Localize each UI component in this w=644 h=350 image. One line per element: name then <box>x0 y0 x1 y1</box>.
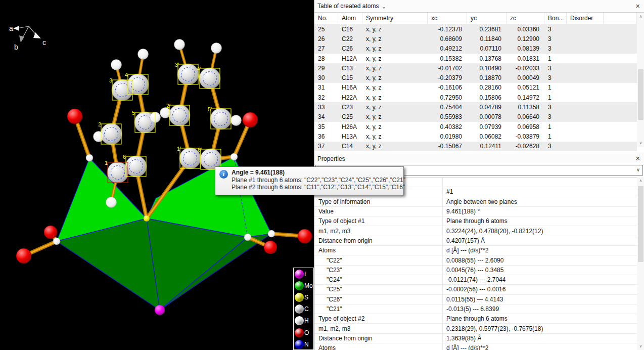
cell-no: 27 <box>314 45 338 52</box>
cell-bonds: 3 <box>544 35 567 42</box>
cell-no: 32 <box>314 94 338 101</box>
column-header-no[interactable]: No. <box>314 13 338 24</box>
property-row[interactable]: "C22"0.0088(55) --- 2.6090 <box>314 255 637 265</box>
property-label: "C21" <box>314 304 443 314</box>
property-label: Atoms <box>314 343 443 350</box>
cell-atom: C25 <box>338 113 362 120</box>
vertex-atom <box>53 238 60 245</box>
cell-no: 35 <box>314 123 338 130</box>
property-row[interactable]: Atomsd [Å] --- (d/s)**2 <box>314 246 637 255</box>
oxygen-atom <box>16 248 31 264</box>
cell-atom: C22 <box>338 35 362 42</box>
cell-no: 25 <box>314 26 338 33</box>
table-row[interactable]: 26C22x, y, z0.686090.118400.129003 <box>314 34 637 43</box>
vertex-atom <box>268 230 275 237</box>
legend-label: H <box>304 317 309 324</box>
cell-xc: 0.68609 <box>428 35 467 42</box>
property-value: -0.013(5) --- 6.8399 <box>443 304 499 314</box>
table-row[interactable]: 34C25x, y, z0.559830.000780.066403 <box>314 112 637 122</box>
cell-atom: H13A <box>338 133 362 140</box>
property-row[interactable]: m1, m2, m30.2318(29), 0.5977(23), -0.767… <box>314 324 637 333</box>
cell-yc: 0.23681 <box>467 26 507 33</box>
column-header-symmetry[interactable]: Symmetry <box>362 13 428 24</box>
tooltip-title: Angle = 9.461(188) <box>232 169 400 176</box>
scroll-up-icon[interactable]: ∧ <box>637 13 644 21</box>
cell-bonds: 1 <box>544 55 567 62</box>
atoms-table-scrollbar[interactable]: ∧ ∨ <box>637 13 644 147</box>
table-row[interactable]: 36H13Ax, y, z0.019800.06082-0.038791 <box>314 132 637 141</box>
close-icon[interactable]: ✕ <box>633 2 642 11</box>
legend-label: N <box>304 341 309 348</box>
atoms-table-titlebar[interactable]: Table of created atoms ▾ ✕ <box>314 0 644 13</box>
cell-zc: -0.02033 <box>507 65 544 72</box>
cell-yc: 0.12411 <box>467 143 507 150</box>
scroll-down-icon[interactable]: ∨ <box>637 139 644 147</box>
column-header-zc[interactable]: zc <box>507 13 544 24</box>
cell-zc: 0.05121 <box>507 84 544 91</box>
property-row[interactable]: Type of object #2Plane through 6 atoms <box>314 314 637 324</box>
property-value: 0.0045(76) --- 0.3485 <box>443 266 503 275</box>
table-row[interactable]: 33C23x, y, z0.754040.047890.113583 <box>314 102 637 112</box>
scroll-up-icon[interactable]: ∧ <box>637 177 644 185</box>
scrollbar-thumb[interactable] <box>638 186 643 262</box>
atom-label: 4' <box>197 66 201 72</box>
cell-zc: 0.11358 <box>507 104 544 111</box>
property-value: 1.3639(85) Å <box>443 334 481 343</box>
property-row[interactable]: m1, m2, m30.3224(24), 0.4708(20), -0.821… <box>314 226 637 236</box>
column-header-bon[interactable]: Bon... <box>544 13 567 24</box>
table-row[interactable]: 29C13x, y, z-0.017020.10490-0.020333 <box>314 63 637 73</box>
cell-xc: -0.01702 <box>428 65 467 72</box>
scrollbar-thumb[interactable] <box>638 69 643 120</box>
cell-sym: x, y, z <box>362 74 428 81</box>
panel-menu-icon[interactable]: ▾ <box>383 6 385 10</box>
table-row[interactable]: 27C26x, y, z0.492120.071100.081393 <box>314 44 637 54</box>
cell-xc: 0.55983 <box>428 113 467 120</box>
cell-bonds: 1 <box>544 133 567 140</box>
property-label: "C23" <box>314 266 443 275</box>
table-row[interactable]: 35H26Ax, y, z0.403820.079390.069581 <box>314 122 637 132</box>
column-header-xc[interactable]: xc <box>428 13 467 24</box>
legend-label: I <box>304 271 306 278</box>
property-row[interactable]: "C26"0.0115(55) --- 4.4143 <box>314 295 637 304</box>
cell-yc: 0.18870 <box>467 74 507 81</box>
property-row[interactable]: "C23"0.0045(76) --- 0.3485 <box>314 266 637 275</box>
properties-titlebar[interactable]: Properties ✕ <box>314 153 644 164</box>
column-header-yc[interactable]: yc <box>467 13 507 24</box>
property-row[interactable]: Distance from origin1.3639(85) Å <box>314 334 637 343</box>
cell-no: 36 <box>314 133 338 140</box>
property-row[interactable]: Type of informationAngle between two pla… <box>314 197 637 207</box>
atoms-table-header[interactable]: No.AtomSymmetryxcyczcBon...Disorder <box>314 13 637 24</box>
property-row[interactable]: "C21"-0.013(5) --- 6.8399 <box>314 304 637 314</box>
property-row[interactable]: Distance from origin0.4207(157) Å <box>314 236 637 246</box>
legend-item-c: C <box>294 303 313 315</box>
table-row[interactable]: 37C14x, y, z-0.150670.12411-0.026283 <box>314 142 637 151</box>
table-row[interactable]: 30C15x, y, z-0.203790.188700.000493 <box>314 73 637 82</box>
scroll-down-icon[interactable]: ∨ <box>637 342 644 350</box>
cell-xc: -0.15067 <box>428 143 467 150</box>
hydrogen-atom <box>106 197 117 208</box>
column-header-atom[interactable]: Atom <box>338 13 362 24</box>
cell-yc: 0.00078 <box>467 113 507 120</box>
property-row[interactable]: "C24"-0.0121(74) --- 2.7044 <box>314 275 637 285</box>
column-header-disorder[interactable]: Disorder <box>567 13 604 24</box>
table-row[interactable]: 25C16x, y, z-0.123780.236810.033603 <box>314 24 637 34</box>
close-icon[interactable]: ✕ <box>633 154 642 163</box>
property-row[interactable]: Atomsd [Å] --- (d/s)**2 <box>314 343 637 350</box>
cell-sym: x, y, z <box>362 133 428 140</box>
property-row[interactable]: Value9.461(188) ° <box>314 207 637 216</box>
table-row[interactable]: 31H16Ax, y, z-0.161060.281600.051211 <box>314 83 637 93</box>
table-row[interactable]: 32H22Ax, y, z0.729500.158060.149721 <box>314 93 637 102</box>
atom-label: 6' <box>198 147 202 153</box>
properties-title: Properties <box>317 155 345 162</box>
table-row[interactable]: 28H12Ax, y, z0.153820.137680.018311 <box>314 54 637 63</box>
tooltip-plane1: Plane #1 through 6 atoms: "C22","C23","C… <box>232 177 400 184</box>
hydrogen-atom <box>174 39 185 50</box>
property-row[interactable]: Type of object #1Plane through 6 atoms <box>314 216 637 226</box>
cell-yc: 0.28160 <box>467 84 507 91</box>
cell-zc: 0.12900 <box>507 35 544 42</box>
atom-label: 3' <box>175 62 179 68</box>
properties-scrollbar[interactable]: ∧ ∨ <box>637 177 644 350</box>
carbon-atom <box>177 64 199 85</box>
carbon-atom <box>199 68 220 89</box>
property-row[interactable]: "C25"-0.0002(56) --- 0.0016 <box>314 285 637 294</box>
